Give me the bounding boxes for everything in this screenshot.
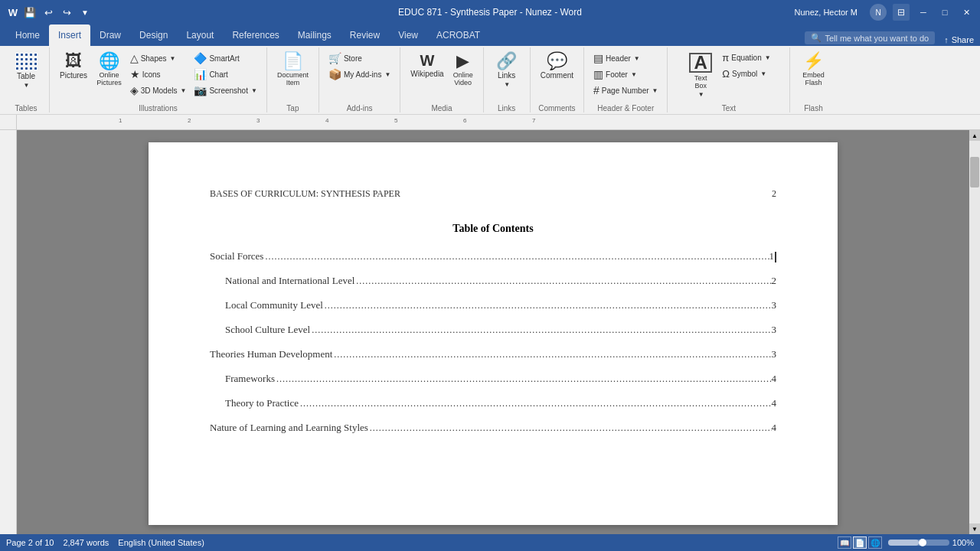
ribbon-group-text: A TextBox ▼ π Equation ▼ Ω Symbol	[668, 47, 790, 112]
comment-label: Comment	[541, 71, 573, 80]
ribbon-display-button[interactable]: ⊟	[893, 4, 910, 21]
web-layout-button[interactable]: 🌐	[868, 536, 882, 549]
minimize-button[interactable]: ─	[916, 5, 931, 20]
tap-items: 📄 DocumentItem	[273, 49, 312, 103]
shapes-button[interactable]: △ Shapes ▼	[127, 51, 190, 66]
store-button[interactable]: 🛒 Store	[325, 51, 394, 66]
screenshot-icon: 📷	[194, 84, 207, 96]
footer-button[interactable]: ▥ Footer ▼	[590, 67, 661, 82]
tab-acrobat[interactable]: ACROBAT	[427, 24, 489, 46]
tab-review[interactable]: Review	[341, 24, 389, 46]
chart-button[interactable]: 📊 Chart	[191, 67, 260, 82]
screenshot-button[interactable]: 📷 Screenshot ▼	[191, 83, 260, 98]
search-icon: 🔍	[811, 33, 822, 43]
restore-button[interactable]: □	[937, 5, 952, 20]
document-page: BASES OF CURRICULUM: SYNTHESIS PAPER 2 T…	[149, 142, 838, 525]
text-box-label: TextBox	[694, 74, 707, 90]
smartart-button[interactable]: 🔷 SmartArt	[191, 51, 260, 66]
tab-design[interactable]: Design	[130, 24, 177, 46]
language: English (United States)	[118, 538, 204, 547]
screenshot-dropdown: ▼	[251, 87, 257, 94]
ribbon-group-comments: 💬 Comment Comments	[531, 47, 584, 112]
illustrations-items: 🖼 Pictures 🌐 OnlinePictures △ Shapes ▼ ★…	[56, 49, 260, 103]
header-icon: ▤	[593, 52, 603, 64]
tab-references[interactable]: References	[223, 24, 288, 46]
toc-text: School Culture Level	[225, 324, 310, 336]
addins-dropdown: ▼	[384, 71, 390, 78]
page-header-right: 2	[772, 188, 776, 200]
scroll-up-button[interactable]: ▲	[969, 130, 980, 141]
my-addins-label: My Add-ins	[344, 70, 381, 79]
toc-text: Theory to Practice	[225, 397, 299, 409]
scroll-down-button[interactable]: ▼	[969, 523, 980, 534]
zoom-slider[interactable]	[888, 540, 949, 546]
save-button[interactable]: 💾	[21, 4, 38, 21]
toc-dots: ........................................…	[310, 324, 771, 336]
online-video-button[interactable]: ▶ OnlineVideo	[449, 51, 477, 89]
user-avatar: N	[870, 4, 887, 21]
toc-entry-national: National and International Level .......…	[210, 275, 776, 287]
toc-page: 3	[772, 348, 777, 360]
smartart-label: SmartArt	[209, 54, 239, 63]
toc-page: 4	[772, 397, 777, 409]
scroll-track[interactable]	[969, 141, 980, 523]
sym-dropdown: ▼	[760, 70, 766, 77]
toc-entry-social-forces: Social Forces ..........................…	[210, 250, 776, 262]
toc-dots: ........................................…	[275, 373, 772, 385]
equation-button[interactable]: π Equation ▼	[719, 51, 773, 65]
tab-view[interactable]: View	[389, 24, 427, 46]
tab-insert[interactable]: Insert	[49, 24, 90, 46]
online-pictures-button[interactable]: 🌐 OnlinePictures	[93, 51, 126, 89]
toc-page: 4	[772, 422, 777, 434]
wikipedia-button[interactable]: W Wikipedia	[407, 51, 447, 80]
tab-mailings[interactable]: Mailings	[289, 24, 341, 46]
pictures-button[interactable]: 🖼 Pictures	[56, 51, 91, 82]
chart-icon: 📊	[194, 68, 207, 80]
equation-label: Equation	[731, 54, 761, 62]
toc-entry-nature: Nature of Learning and Learning Styles .…	[210, 422, 776, 434]
illustrations-col2: 🔷 SmartArt 📊 Chart 📷 Screenshot ▼	[191, 51, 260, 98]
table-icon	[15, 53, 38, 70]
status-right: 📖 📄 🌐 100%	[838, 536, 974, 549]
embed-flash-button[interactable]: ⚡ EmbedFlash	[796, 51, 830, 89]
links-button[interactable]: 🔗 Links ▼	[490, 51, 524, 90]
page-header-left: BASES OF CURRICULUM: SYNTHESIS PAPER	[210, 188, 400, 200]
scroll-thumb[interactable]	[970, 157, 979, 187]
smartart-icon: 🔷	[194, 52, 207, 64]
doc-scroll-area[interactable]: BASES OF CURRICULUM: SYNTHESIS PAPER 2 T…	[17, 130, 969, 534]
table-button[interactable]: Table ▼	[9, 51, 43, 91]
share-button[interactable]: ↑ Share	[944, 35, 974, 44]
page-number-button[interactable]: # Page Number ▼	[590, 83, 661, 98]
customize-qat-button[interactable]: ▼	[77, 4, 93, 21]
equation-icon: π	[722, 52, 729, 64]
document-item-button[interactable]: 📄 DocumentItem	[273, 51, 312, 89]
symbol-button[interactable]: Ω Symbol ▼	[719, 67, 769, 81]
comment-button[interactable]: 💬 Comment	[537, 51, 577, 82]
document-item-icon: 📄	[283, 53, 303, 70]
undo-button[interactable]: ↩	[40, 4, 57, 21]
icons-button[interactable]: ★ Icons	[127, 67, 190, 82]
redo-button[interactable]: ↪	[58, 4, 75, 21]
header-button[interactable]: ▤ Header ▼	[590, 51, 661, 66]
ribbon-search-box[interactable]: 🔍 Tell me what you want to do	[805, 31, 935, 44]
tab-layout[interactable]: Layout	[177, 24, 223, 46]
illustrations-group-label: Illustrations	[139, 104, 178, 112]
text-box-button[interactable]: A TextBox ▼	[684, 51, 717, 100]
media-group-label: Media	[431, 104, 452, 112]
read-mode-button[interactable]: 📖	[838, 536, 851, 549]
share-icon: ↑	[944, 35, 949, 44]
vertical-scrollbar[interactable]: ▲ ▼	[969, 130, 980, 534]
tab-home[interactable]: Home	[6, 24, 49, 46]
print-layout-button[interactable]: 📄	[853, 536, 867, 549]
footer-label: Footer	[606, 70, 628, 79]
chart-label: Chart	[209, 70, 227, 79]
comments-items: 💬 Comment	[537, 49, 577, 103]
wikipedia-icon: W	[420, 53, 435, 68]
text-box-icon: A	[689, 53, 712, 73]
horizontal-ruler: 1 2 3 4 5 6 7	[17, 115, 980, 130]
close-button[interactable]: ✕	[959, 5, 974, 20]
my-addins-button[interactable]: 📦 My Add-ins ▼	[325, 67, 394, 82]
3d-models-button[interactable]: ◈ 3D Models ▼	[127, 83, 190, 98]
page-header: BASES OF CURRICULUM: SYNTHESIS PAPER 2	[210, 188, 776, 200]
tab-draw[interactable]: Draw	[90, 24, 130, 46]
